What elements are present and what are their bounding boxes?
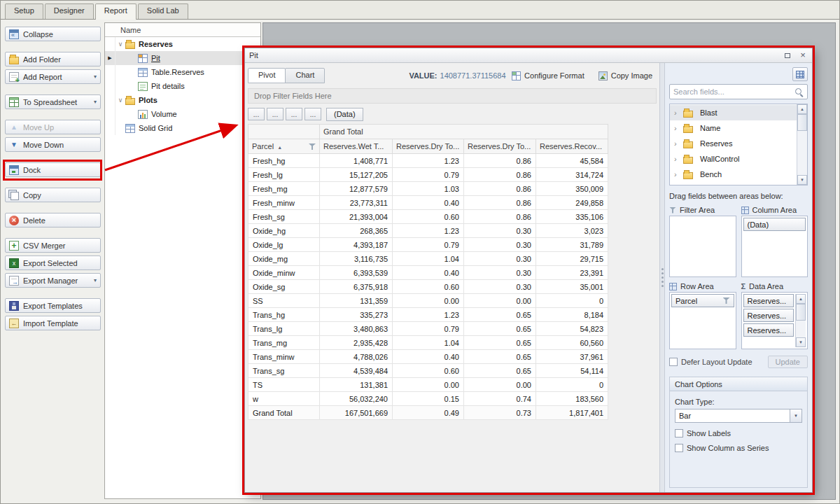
row-header-cell[interactable]: Trans_lg: [248, 322, 320, 336]
sidebar-button-collapse[interactable]: Collapse: [5, 27, 101, 41]
row-header-cell[interactable]: Trans_mg: [248, 336, 320, 350]
chevron-down-icon[interactable]: [115, 97, 125, 104]
pivot-row-grand-total[interactable]: Grand Total 167,501,669 0.49 0.73 1,817,…: [248, 406, 608, 420]
tree-item-plots[interactable]: Plots: [105, 93, 260, 107]
pivot-row-fresh-sg[interactable]: Fresh_sg 21,393,004 0.60 0.86 335,106: [248, 210, 608, 224]
sidebar-button-add-folder[interactable]: Add Folder: [5, 52, 101, 66]
row-header-cell[interactable]: Fresh_minw: [248, 196, 320, 210]
chevron-down-icon[interactable]: [115, 41, 125, 48]
search-fields-input[interactable]: [670, 88, 794, 96]
tree-column-header[interactable]: Name: [105, 23, 260, 37]
field-item-reserves[interactable]: Reserves: [670, 136, 797, 151]
maximize-button[interactable]: [783, 51, 792, 60]
sort-ascending-icon[interactable]: [277, 145, 282, 150]
pivot-row-fresh-lg[interactable]: Fresh_lg 15,127,205 0.79 0.86 314,724: [248, 168, 608, 182]
data-area[interactable]: Reserves...Reserves...Reserves...: [741, 292, 808, 349]
pivot-row-ss[interactable]: SS 131,359 0.00 0.00 0: [248, 294, 608, 308]
tree-item-pit-details[interactable]: Pit details: [105, 79, 260, 93]
row-header-cell[interactable]: Fresh_mg: [248, 182, 320, 196]
expand-chevron-icon[interactable]: [674, 124, 680, 132]
row-header-cell[interactable]: Oxide_minw: [248, 266, 320, 280]
row-header-cell[interactable]: Trans_hg: [248, 308, 320, 322]
column-field-chip-data[interactable]: (Data): [743, 218, 806, 231]
chart-type-select[interactable]: Bar: [675, 409, 802, 423]
sidebar-button-export-selected[interactable]: Export Selected: [5, 255, 101, 270]
hidden-field-button[interactable]: ...: [286, 108, 302, 120]
sidebar-button-to-spreadsheet[interactable]: To Spreadsheet: [5, 94, 101, 109]
sidebar-button-add-report[interactable]: Add Report: [5, 69, 101, 84]
tree-item-table-reserves[interactable]: Table.Reserves: [105, 65, 260, 79]
data-field-chip-reserves[interactable]: Reserves...: [743, 294, 794, 307]
data-field-button[interactable]: (Data): [326, 108, 363, 121]
row-header-cell[interactable]: Oxide_sg: [248, 280, 320, 294]
dropdown-arrow-icon[interactable]: [94, 99, 97, 105]
dropdown-arrow-icon[interactable]: [94, 74, 97, 80]
dropdown-arrow-icon[interactable]: [94, 277, 97, 284]
field-item-blast[interactable]: Blast: [670, 105, 797, 120]
sidebar-button-export-templates[interactable]: Export Templates: [5, 298, 101, 313]
pivot-row-w[interactable]: w 56,032,240 0.15 0.74 183,560: [248, 392, 608, 406]
row-header-cell[interactable]: w: [248, 392, 320, 406]
pivot-row-oxide-minw[interactable]: Oxide_minw 6,393,539 0.40 0.30 23,391: [248, 266, 608, 280]
copy-image-button[interactable]: Copy Image: [598, 71, 652, 80]
tree-item-reserves[interactable]: Reserves: [105, 37, 260, 51]
expand-chevron-icon[interactable]: [674, 155, 680, 163]
defer-layout-checkbox[interactable]: [669, 358, 678, 366]
row-field-chip-parcel[interactable]: Parcel: [671, 294, 734, 307]
row-header-cell[interactable]: Trans_minw: [248, 350, 320, 364]
sidebar-button-move-up[interactable]: Move Up: [5, 120, 101, 134]
pivot-row-fresh-hg[interactable]: Fresh_hg 1,408,771 1.23 0.86 45,584: [248, 154, 608, 168]
row-header-cell[interactable]: Grand Total: [248, 406, 320, 420]
update-button[interactable]: Update: [768, 356, 808, 368]
filter-area[interactable]: [669, 216, 736, 277]
main-tab-report[interactable]: Report: [95, 4, 136, 20]
search-icon[interactable]: [794, 88, 804, 97]
fields-scrollbar[interactable]: [797, 104, 807, 185]
tree-item-volume[interactable]: Volume: [105, 107, 260, 121]
filter-drop-zone[interactable]: Drop Filter Fields Here: [248, 88, 657, 104]
sidebar-button-export-manager[interactable]: Export Manager: [5, 273, 101, 288]
show-labels-checkbox[interactable]: [675, 429, 683, 438]
scroll-up-icon[interactable]: [796, 294, 806, 304]
sidebar-button-csv-merger[interactable]: CSV Merger: [5, 238, 101, 253]
row-header-cell[interactable]: Fresh_sg: [248, 210, 320, 224]
row-header-cell[interactable]: Oxide_mg: [248, 252, 320, 266]
layout-menu-button[interactable]: [792, 67, 808, 81]
pivot-column-header-reserves-dry-to[interactable]: Reserves.Dry To...: [393, 139, 464, 154]
pivot-column-header-reserves-dry-to[interactable]: Reserves.Dry To...: [464, 139, 536, 154]
row-header-cell[interactable]: SS: [248, 294, 320, 308]
pivot-row-ts[interactable]: TS 131,381 0.00 0.00 0: [248, 378, 608, 392]
column-area[interactable]: (Data): [741, 216, 808, 277]
close-button[interactable]: [798, 51, 808, 60]
panel-splitter[interactable]: [659, 63, 665, 492]
hidden-field-button[interactable]: ...: [267, 108, 284, 120]
pivot-row-oxide-mg[interactable]: Oxide_mg 3,116,735 1.04 0.30 29,715: [248, 252, 608, 266]
row-field-header[interactable]: Parcel: [248, 139, 320, 154]
dialog-tab-chart[interactable]: Chart: [285, 68, 325, 83]
expand-chevron-icon[interactable]: [674, 139, 680, 148]
sidebar-button-copy[interactable]: Copy: [5, 188, 101, 202]
field-item-bench[interactable]: Bench: [670, 167, 797, 182]
sidebar-button-delete[interactable]: Delete: [5, 213, 101, 227]
hidden-field-button[interactable]: ...: [248, 108, 265, 120]
pivot-column-header-reserves-wet-t[interactable]: Reserves.Wet T...: [320, 139, 393, 154]
sidebar-button-import-template[interactable]: Import Template: [5, 316, 101, 330]
scroll-thumb[interactable]: [797, 114, 807, 131]
pivot-row-trans-sg[interactable]: Trans_sg 4,539,484 0.60 0.65 54,114: [248, 364, 608, 378]
main-tab-setup[interactable]: Setup: [5, 4, 43, 19]
show-column-as-series-checkbox[interactable]: [675, 444, 683, 452]
dialog-tab-pivot[interactable]: Pivot: [248, 68, 286, 83]
scroll-down-icon[interactable]: [797, 175, 807, 185]
row-header-cell[interactable]: Trans_sg: [248, 364, 320, 378]
row-header-cell[interactable]: TS: [248, 378, 320, 392]
pivot-row-fresh-mg[interactable]: Fresh_mg 12,877,579 1.03 0.86 350,009: [248, 182, 608, 196]
pivot-row-trans-minw[interactable]: Trans_minw 4,788,026 0.40 0.65 37,961: [248, 350, 608, 364]
data-field-chip-reserves[interactable]: Reserves...: [743, 309, 794, 322]
scroll-thumb[interactable]: [796, 304, 806, 321]
field-item-wallcontrol[interactable]: WallControl: [670, 151, 797, 167]
field-item-name[interactable]: Name: [670, 120, 797, 136]
main-tab-designer[interactable]: Designer: [45, 4, 94, 19]
pivot-row-trans-hg[interactable]: Trans_hg 335,273 1.23 0.65 8,184: [248, 308, 608, 322]
data-field-chip-reserves[interactable]: Reserves...: [743, 323, 794, 337]
scroll-up-icon[interactable]: [797, 104, 807, 114]
